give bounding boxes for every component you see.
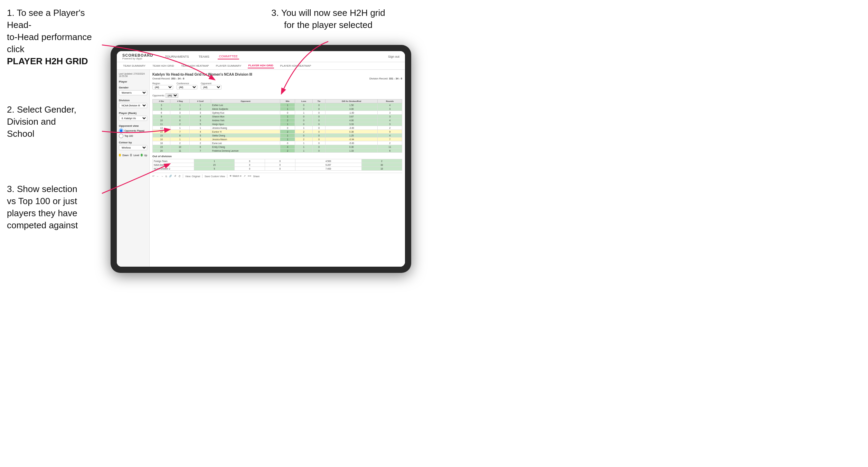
- table-row: 16 1 3 Jessica Mason 1 2 0 -0.94 7: [153, 137, 402, 141]
- radio-opponents-played[interactable]: Opponents Played: [119, 128, 147, 133]
- legend-level-label: Level: [133, 154, 139, 156]
- opponents-select[interactable]: (All): [166, 93, 178, 98]
- toolbar-export[interactable]: ↗: [244, 175, 246, 178]
- grid-title: Katelyn Vo Head-to-Head Grid for Women's…: [152, 73, 402, 76]
- right-content: Katelyn Vo Head-to-Head Grid for Women's…: [150, 70, 405, 267]
- nav-committee[interactable]: COMMITTEE: [218, 54, 239, 59]
- logo-sub: Powered by clippd: [122, 57, 153, 60]
- toolbar-view-original[interactable]: View: Original: [185, 175, 200, 178]
- colour-by-select[interactable]: Win/loss: [119, 145, 147, 150]
- filter-row: Region (All) Conference (All) Opponent: [152, 82, 402, 89]
- th-reg: # Reg: [170, 99, 190, 103]
- table-row: 11 2 5 Heejo Hyun 1 0 0 3.33 3: [153, 122, 402, 126]
- sub-nav-team-h2h-heatmap[interactable]: TEAM H2H HEATMAP: [180, 64, 210, 68]
- data-table: # Div # Reg # Conf Opponent Win Loss Tie…: [152, 99, 402, 153]
- instruction-2-text: 2. Select Gender,Division andSchool: [7, 104, 107, 140]
- ood-table-row: NAIA Division 1 15 0 0 9.267 30: [153, 163, 402, 167]
- table-row: 13 1 1 Jessica Huang 0 1 0 -3.00 2: [153, 126, 402, 130]
- navbar: SCOREBOARD Powered by clippd TOURNAMENTS…: [117, 51, 405, 62]
- table-row: 6 3 3 Sydney Kuo 0 1 0 -1.00 3: [153, 111, 402, 115]
- left-panel: Last Updated: 27/03/202416:55:38 Player …: [117, 70, 150, 267]
- toolbar-divider-3: [227, 174, 227, 178]
- sign-out[interactable]: Sign out: [388, 55, 399, 58]
- division-section: Division NCAA Division III NCAA Division…: [119, 99, 147, 109]
- gender-select[interactable]: Women's Men's: [119, 90, 147, 95]
- toolbar-save-custom-view[interactable]: Save Custom View: [205, 175, 225, 178]
- opponent-filter-group: Opponent (All): [201, 82, 221, 89]
- instruction-2: 2. Select Gender,Division andSchool: [7, 104, 107, 140]
- th-opponent: Opponent: [211, 99, 280, 103]
- out-of-division-title: Out of division: [152, 155, 402, 158]
- sub-nav-player-summary[interactable]: PLAYER SUMMARY: [215, 64, 242, 68]
- division-record: Division Record: 331 - 34 - 6: [369, 77, 402, 80]
- table-row: 19 10 6 Emily Chang 4 1 0 0.30 11: [153, 145, 402, 149]
- th-conf: # Conf: [190, 99, 211, 103]
- toolbar-undo[interactable]: ↩: [152, 175, 154, 178]
- tablet-screen: SCOREBOARD Powered by clippd TOURNAMENTS…: [117, 51, 405, 267]
- legend-up-label: Up: [144, 154, 147, 156]
- colour-by-section: Colour by Win/loss: [119, 141, 147, 151]
- legend-down-dot: [119, 154, 121, 156]
- opponent-view-label: Opponent view: [119, 124, 147, 127]
- region-filter-label: Region: [152, 82, 173, 85]
- legend-down-label: Down: [122, 154, 129, 156]
- last-updated-section: Last Updated: 27/03/202416:55:38: [119, 73, 147, 77]
- ood-table-row: Foreign Team 1 0 0 4.500 2: [153, 159, 402, 163]
- conference-filter-group: Conference (All): [177, 82, 197, 89]
- instruction-3-right-text: 3. You will now see H2H gridfor the play…: [252, 7, 404, 31]
- table-row: 10 6 3 Andrea York 2 0 0 4.00 4: [153, 118, 402, 122]
- nav-teams[interactable]: TEAMS: [197, 54, 211, 59]
- toolbar-forward[interactable]: →: [161, 175, 163, 178]
- th-div: # Div: [153, 99, 170, 103]
- opponent-filter-select[interactable]: (All): [201, 85, 221, 89]
- player-rank-select[interactable]: 8. Katelyn Vo: [119, 116, 147, 121]
- sub-navbar: TEAM SUMMARY TEAM H2H GRID TEAM H2H HEAT…: [117, 62, 405, 70]
- division-label: Division: [119, 99, 147, 102]
- radio-top-100[interactable]: Top 100: [119, 134, 147, 138]
- sub-nav-team-h2h-grid[interactable]: TEAM H2H GRID: [152, 64, 175, 68]
- toolbar-resize[interactable]: ⟷: [248, 175, 251, 178]
- sub-nav-team-summary[interactable]: TEAM SUMMARY: [122, 64, 146, 68]
- legend-level-dot: [130, 154, 132, 156]
- player-rank-section: Player (Rank) 8. Katelyn Vo: [119, 112, 147, 122]
- ood-table-row: NCAA Division 2 5 0 0 7.400 10: [153, 167, 402, 171]
- table-row: 14 7 4 Eunice Yi 2 2 0 0.38 9: [153, 130, 402, 134]
- colour-by-label: Colour by: [119, 141, 147, 144]
- nav-tournaments[interactable]: TOURNAMENTS: [163, 54, 190, 59]
- th-win: Win: [280, 99, 295, 103]
- toolbar-share[interactable]: Share: [253, 175, 260, 178]
- logo-area: SCOREBOARD Powered by clippd: [122, 53, 153, 60]
- toolbar-back[interactable]: ←: [157, 175, 159, 178]
- toolbar-divider-2: [202, 174, 202, 178]
- table-row: 18 2 2 Euna Lee 0 1 0 -5.00 2: [153, 141, 402, 145]
- sub-nav-player-h2h-grid[interactable]: PLAYER H2H GRID: [248, 63, 274, 68]
- player-section: Player: [119, 80, 147, 83]
- toolbar-timer[interactable]: ⏱: [178, 175, 181, 178]
- instruction-3-left-text: 3. Show selectionvs Top 100 or justplaye…: [7, 183, 107, 231]
- th-loss: Loss: [295, 99, 313, 103]
- division-select[interactable]: NCAA Division III NCAA Division I NCAA D…: [119, 103, 147, 108]
- radio-group: Opponents Played Top 100: [119, 128, 147, 138]
- opponent-view-section: Opponent view Opponents Played Top 100: [119, 124, 147, 138]
- gender-section: Gender Women's Men's: [119, 86, 147, 96]
- table-row: 5 2 2 Alexis Sudjianto 1 0 0 4.00 3: [153, 107, 402, 111]
- toolbar-copy[interactable]: ⎘: [166, 175, 167, 178]
- instruction-3-left: 3. Show selectionvs Top 100 or justplaye…: [7, 183, 107, 231]
- th-diff: Diff Av Strokes/Rnd: [326, 99, 378, 103]
- sub-nav-player-h2h-heatmap[interactable]: PLAYER H2H HEATMAP: [280, 64, 312, 68]
- table-row: 20 11 7 Federica Domecq Lacroze 2 1 0 1.…: [153, 149, 402, 153]
- conference-filter-select[interactable]: (All): [177, 85, 197, 89]
- instruction-1: 1. To see a Player's Head-to-Head perfor…: [7, 7, 111, 67]
- region-filter-select[interactable]: (All): [152, 85, 173, 89]
- legend-up-dot: [141, 154, 143, 156]
- opponent-filter-label: Opponent: [201, 82, 221, 85]
- out-of-division-table: Foreign Team 1 0 0 4.500 2 NAIA Division…: [152, 159, 402, 171]
- overall-record: Overall Record: 353 - 34 - 6: [152, 77, 185, 80]
- player-rank-label: Player (Rank): [119, 112, 147, 115]
- toolbar-watch[interactable]: 👁 Watch ▾: [229, 175, 241, 178]
- toolbar-divider-1: [183, 174, 183, 178]
- main-content: Last Updated: 27/03/202416:55:38 Player …: [117, 70, 405, 267]
- toolbar-link[interactable]: 🔗: [169, 175, 172, 178]
- toolbar-refresh[interactable]: ↺: [174, 175, 176, 178]
- region-filter-group: Region (All): [152, 82, 173, 89]
